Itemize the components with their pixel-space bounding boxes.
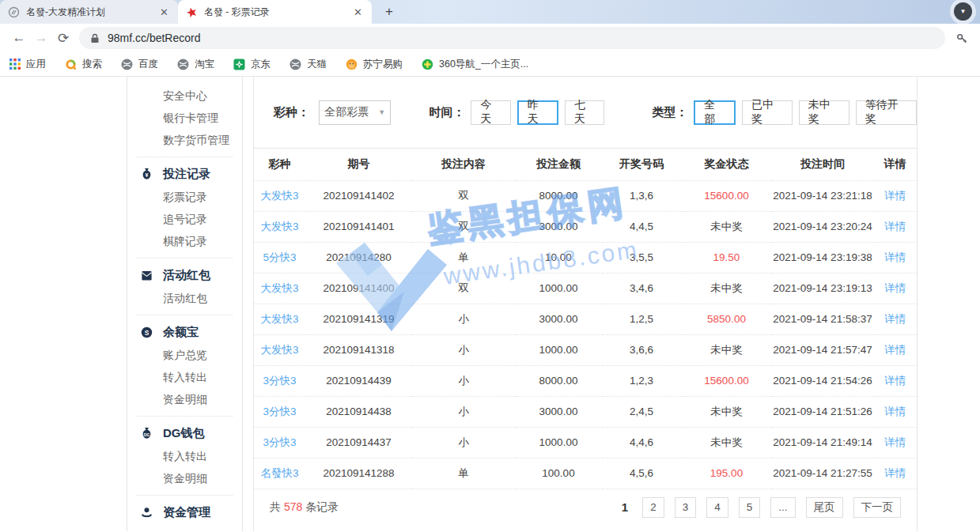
sidebar-item-活动红包[interactable]: 活动红包 xyxy=(127,287,242,309)
sidebar-section-余额宝[interactable]: S余额宝 xyxy=(127,320,242,344)
page-button-3[interactable]: 3 xyxy=(675,497,697,518)
page-current: 1 xyxy=(618,500,632,514)
back-icon[interactable]: ← xyxy=(8,30,30,46)
bookmark-item[interactable]: 淘宝 xyxy=(177,58,214,71)
page-button-...[interactable]: ... xyxy=(770,497,795,518)
bookmark-label: 苏宁易购 xyxy=(363,58,403,71)
close-icon[interactable]: ✕ xyxy=(352,6,364,18)
bookmark-item[interactable]: 京东 xyxy=(233,58,271,71)
detail-link[interactable]: 详情 xyxy=(873,304,917,334)
bookmark-item[interactable]: 百度 xyxy=(121,58,158,71)
sidebar-item-转入转出[interactable]: 转入转出 xyxy=(127,366,242,388)
table-row: 3分快320210914439小8000.001,2,315600.002021… xyxy=(254,365,917,396)
sidebar-section-资金管理[interactable]: 资金管理 xyxy=(127,500,242,524)
lottery-name[interactable]: 5分快3 xyxy=(254,242,305,273)
sidebar-item-棋牌记录[interactable]: 棋牌记录 xyxy=(127,230,242,252)
issue-number: 20210914437 xyxy=(305,427,412,458)
jd-icon xyxy=(233,58,245,70)
bookmark-item[interactable]: 搜索 xyxy=(65,58,102,71)
bet-content: 小 xyxy=(412,304,515,334)
sidebar-item-转入转出[interactable]: 转入转出 xyxy=(127,445,242,467)
lottery-name[interactable]: 3分快3 xyxy=(254,427,305,458)
refresh-icon[interactable]: ⟳ xyxy=(52,30,74,47)
sidebar-item-追号记录[interactable]: 追号记录 xyxy=(127,208,242,230)
type-filter-未中奖[interactable]: 未中奖 xyxy=(799,100,849,125)
detail-link[interactable]: 详情 xyxy=(873,273,917,304)
time-filter-label: 时间： xyxy=(429,105,464,120)
sidebar-item-彩票记录[interactable]: 彩票记录 xyxy=(127,186,242,208)
table-row: 3分快320210914438小3000.002,4,5未中奖2021-09-1… xyxy=(254,396,917,427)
lottery-name[interactable]: 大发快3 xyxy=(254,304,305,334)
sidebar-item-资金明细[interactable]: 资金明细 xyxy=(127,467,242,489)
bet-time: 2021-09-14 21:27:55 xyxy=(772,458,873,489)
lottery-name[interactable]: 大发快3 xyxy=(254,180,305,211)
lottery-name[interactable]: 3分快3 xyxy=(254,396,305,427)
browser-tab-2-active[interactable]: 名發 - 彩票记录 ✕ xyxy=(178,0,372,24)
browser-tab-1[interactable]: 名發-大发精准计划 ✕ xyxy=(0,0,178,24)
bookmark-label: 应用 xyxy=(26,58,46,71)
time-filter-今天[interactable]: 今天 xyxy=(471,100,510,125)
forward-icon[interactable]: → xyxy=(30,30,52,46)
page-button-5[interactable]: 5 xyxy=(739,497,761,518)
globe-icon xyxy=(121,58,133,70)
bet-time: 2021-09-14 21:57:47 xyxy=(772,334,873,365)
table-row: 大发快3202109141402双8000.001,3,615600.00202… xyxy=(254,180,917,211)
funds-icon xyxy=(141,507,153,519)
sidebar-section-label: 余额宝 xyxy=(163,325,199,340)
bet-content: 小 xyxy=(412,365,515,396)
bookmark-label: 淘宝 xyxy=(195,58,214,71)
sidebar-section-label: 投注记录 xyxy=(163,167,210,182)
prize-status: 5850.00 xyxy=(681,304,772,334)
bookmarks-bar: 应用搜索百度淘宝京东天猫苏宁易购360导航_一个主页... xyxy=(0,52,980,77)
sidebar-section-投注记录[interactable]: ¥投注记录 xyxy=(127,162,242,186)
close-icon[interactable]: ✕ xyxy=(158,6,170,18)
browser-profile-button[interactable]: ▼ xyxy=(954,2,972,21)
lottery-name[interactable]: 大发快3 xyxy=(254,211,305,242)
detail-link[interactable]: 详情 xyxy=(873,396,917,427)
sidebar-section-活动红包[interactable]: 活动红包 xyxy=(127,263,242,287)
sidebar-group: 资金管理 xyxy=(127,500,242,524)
page-button-2[interactable]: 2 xyxy=(642,497,664,518)
detail-link[interactable]: 详情 xyxy=(873,365,917,396)
sidebar-item-数字货币管理[interactable]: 数字货币管理 xyxy=(127,129,242,151)
sidebar-item-账户总览[interactable]: 账户总览 xyxy=(127,344,242,366)
page-last[interactable]: 尾页 xyxy=(806,497,843,518)
detail-link[interactable]: 详情 xyxy=(873,427,917,458)
page-next[interactable]: 下一页 xyxy=(853,497,902,518)
sidebar-item-资金明细[interactable]: 资金明细 xyxy=(127,388,242,410)
svg-text:¥: ¥ xyxy=(146,172,149,178)
page-button-4[interactable]: 4 xyxy=(706,497,728,518)
detail-link[interactable]: 详情 xyxy=(873,242,917,273)
lottery-select[interactable]: 全部彩票 ▼ xyxy=(319,100,391,125)
bookmark-item[interactable]: 苏宁易购 xyxy=(346,58,403,71)
time-filter-昨天[interactable]: 昨天 xyxy=(517,100,558,125)
detail-link[interactable]: 详情 xyxy=(873,334,917,365)
bet-content: 双 xyxy=(412,273,515,304)
lottery-name[interactable]: 名發快3 xyxy=(254,458,305,489)
type-filter-等待开奖[interactable]: 等待开奖 xyxy=(856,100,917,125)
bet-time: 2021-09-14 21:54:26 xyxy=(772,365,873,396)
bookmark-item[interactable]: 天猫 xyxy=(289,58,327,71)
sidebar-item-安全中心[interactable]: 安全中心 xyxy=(127,85,242,107)
detail-link[interactable]: 详情 xyxy=(873,180,917,211)
lottery-name[interactable]: 大发快3 xyxy=(254,334,305,365)
sidebar-section-DG钱包[interactable]: DGDG钱包 xyxy=(127,421,242,445)
address-bar[interactable]: 98mf.cc/betRecord xyxy=(79,27,945,49)
sidebar-item-银行卡管理[interactable]: 银行卡管理 xyxy=(127,107,242,129)
dg-wallet-icon: DG xyxy=(141,427,153,440)
bookmark-item[interactable]: 应用 xyxy=(9,58,46,71)
issue-number: 202109141401 xyxy=(305,211,412,242)
new-tab-button[interactable]: + xyxy=(380,2,399,21)
key-icon[interactable] xyxy=(952,32,972,45)
lottery-name[interactable]: 大发快3 xyxy=(254,273,305,304)
type-filter-全部[interactable]: 全部 xyxy=(694,100,736,125)
bet-content: 双 xyxy=(412,211,515,242)
type-filter-已中奖[interactable]: 已中奖 xyxy=(742,100,793,125)
prize-status: 19.50 xyxy=(681,242,772,273)
detail-link[interactable]: 详情 xyxy=(873,458,917,489)
detail-link[interactable]: 详情 xyxy=(873,211,917,242)
lottery-name[interactable]: 3分快3 xyxy=(254,365,305,396)
bookmark-item[interactable]: 360导航_一个主页... xyxy=(422,58,528,71)
time-filter-七天[interactable]: 七天 xyxy=(565,100,604,125)
draw-numbers: 1,2,5 xyxy=(602,304,681,334)
